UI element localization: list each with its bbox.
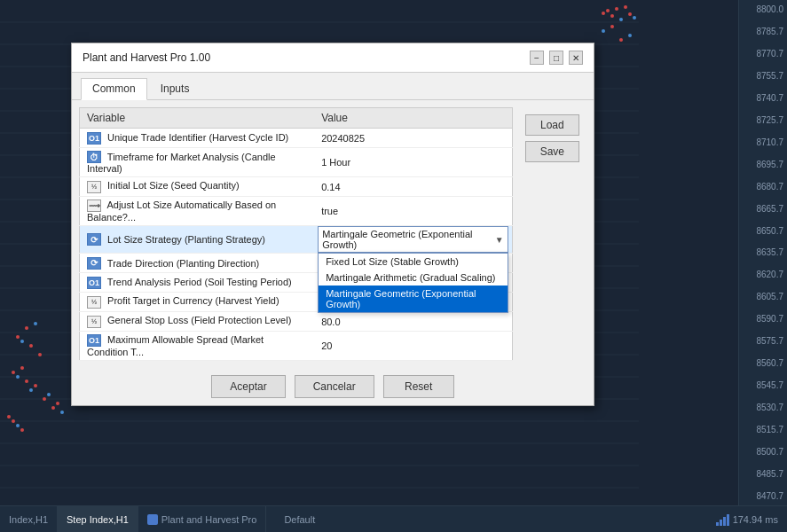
ms-status: 174.94 ms (733, 514, 778, 525)
table-row: ⟿ Adjust Lot Size Automatically Based on… (80, 197, 513, 226)
cancelar-button[interactable]: Cancelar (295, 375, 374, 398)
variable-label: Trend Analysis Period (Soil Testing Peri… (107, 277, 292, 287)
variable-cell: ⟳ Trade Direction (Planting Direction) (80, 254, 315, 273)
svg-point-51 (7, 415, 11, 419)
svg-point-24 (610, 14, 614, 18)
price-label: 8500.7 (743, 447, 783, 457)
bottom-tab-plantnharvest[interactable]: Plant and Harvest Pro (138, 506, 267, 532)
svg-point-46 (43, 397, 46, 401)
row-icon: O1 (87, 334, 101, 347)
tab-inputs[interactable]: Inputs (149, 78, 201, 99)
status-label: Default (284, 514, 315, 525)
svg-point-50 (60, 411, 64, 414)
variable-cell: O1 Unique Trade Identifier (Harvest Cycl… (80, 129, 315, 148)
close-button[interactable]: ✕ (569, 51, 583, 65)
variable-cell: ⟳ Lot Size Strategy (Planting Strategy) (80, 226, 315, 254)
side-buttons: Load Save (518, 107, 586, 361)
variable-label: General Stop Loss (Field Protection Leve… (107, 315, 291, 325)
price-label: 8665.7 (743, 204, 783, 214)
svg-point-28 (628, 12, 632, 16)
col-header-variable: Variable (80, 108, 315, 129)
row-icon: ½ (87, 296, 101, 309)
price-label: 8575.7 (743, 336, 783, 346)
variable-cell: O1 Maximum Allowable Spread (Market Cond… (80, 332, 315, 361)
params-table: Variable Value O1 Unique Trade Identifie… (79, 107, 513, 361)
variable-label: Trade Direction (Planting Direction) (107, 257, 259, 268)
price-label: 8605.7 (743, 292, 783, 301)
dialog-titlebar: Plant and Harvest Pro 1.00 − □ ✕ (72, 43, 594, 73)
price-label: 8635.7 (743, 247, 783, 257)
svg-point-48 (51, 406, 55, 410)
table-row: O1 Unique Trade Identifier (Harvest Cycl… (80, 129, 513, 148)
dropdown-trigger[interactable]: Martingale Geometric (Exponential Growth… (318, 226, 508, 253)
tab-common[interactable]: Common (81, 78, 147, 100)
variable-cell: ½ General Stop Loss (Field Protection Le… (80, 312, 315, 332)
reset-button[interactable]: Reset (383, 375, 454, 398)
price-label: 8530.7 (743, 403, 783, 412)
bottom-tab-stepindex[interactable]: Step Index,H1 (58, 506, 138, 532)
price-label: 8695.7 (743, 160, 783, 169)
price-label: 8680.7 (743, 182, 783, 192)
bottom-tab-label: Step Index,H1 (67, 514, 129, 525)
signal-bars-icon (716, 513, 729, 526)
bottom-center-status: Default (266, 514, 333, 525)
value-cell-dropdown[interactable]: Martingale Geometric (Exponential Growth… (314, 226, 512, 254)
value-cell[interactable]: 20 (314, 332, 512, 361)
row-icon: ⟳ (87, 233, 101, 246)
price-label: 8620.7 (743, 270, 783, 279)
bottom-bar: Index,H1 Step Index,H1 Plant and Harvest… (0, 505, 787, 532)
dialog-title: Plant and Harvest Pro 1.00 (83, 51, 210, 64)
value-cell[interactable]: true (314, 197, 512, 226)
svg-point-30 (602, 29, 605, 33)
dropdown-option-selected[interactable]: Martingale Geometric (Exponential Growth… (319, 286, 508, 312)
value-cell[interactable]: 1 Hour (314, 148, 512, 177)
dropdown-arrow-icon: ▼ (495, 235, 504, 245)
maximize-button[interactable]: □ (549, 51, 563, 65)
svg-point-23 (606, 9, 610, 12)
value-cell[interactable]: 80.0 (314, 312, 512, 332)
table-row: ½ General Stop Loss (Field Protection Le… (80, 312, 513, 332)
value-cell[interactable]: 0.14 (314, 177, 512, 197)
dropdown-option[interactable]: Martingale Arithmetic (Gradual Scaling) (319, 270, 508, 286)
svg-point-37 (29, 344, 33, 348)
aceptar-button[interactable]: Aceptar (211, 375, 285, 398)
variable-label: Maximum Allowable Spread (Market Conditi… (87, 334, 264, 357)
price-axis: 8800.0 8785.7 8770.7 8755.7 8740.7 8725.… (738, 0, 787, 505)
svg-point-33 (628, 34, 632, 37)
bottom-tab-index[interactable]: Index,H1 (0, 506, 58, 532)
svg-point-39 (38, 353, 42, 356)
signal-bar-3 (723, 517, 726, 526)
price-label: 8800.0 (743, 4, 783, 14)
variable-cell: ⏱ Timeframe for Market Analysis (Candle … (80, 148, 315, 177)
table-row-highlighted: ⟳ Lot Size Strategy (Planting Strategy) … (80, 226, 513, 254)
table-row: ½ Initial Lot Size (Seed Quantity) 0.14 (80, 177, 513, 197)
dialog-body: Variable Value O1 Unique Trade Identifie… (72, 100, 594, 368)
variable-label: Unique Trade Identifier (Harvest Cycle I… (107, 132, 288, 143)
svg-point-25 (615, 7, 618, 11)
dropdown-popup: Fixed Lot Size (Stable Growth) Martingal… (318, 253, 508, 313)
value-cell[interactable]: 20240825 (314, 129, 512, 148)
price-label: 8650.7 (743, 226, 783, 236)
price-label: 8485.7 (743, 469, 783, 479)
bottom-right-status: 174.94 ms (716, 513, 787, 526)
variable-label: Lot Size Strategy (Planting Strategy) (107, 234, 265, 245)
dialog-window: Plant and Harvest Pro 1.00 − □ ✕ Common … (71, 43, 594, 406)
svg-point-31 (610, 25, 614, 28)
minimize-button[interactable]: − (530, 51, 544, 65)
variable-label: Profit Target in Currency (Harvest Yield… (107, 295, 279, 306)
price-label: 8470.7 (743, 491, 783, 501)
load-button[interactable]: Load (525, 114, 579, 136)
svg-point-54 (20, 428, 24, 432)
svg-point-42 (20, 366, 24, 370)
variable-cell: ⟿ Adjust Lot Size Automatically Based on… (80, 197, 315, 226)
price-label: 8755.7 (743, 71, 783, 81)
row-icon: ⏱ (87, 151, 101, 163)
table-wrapper: Variable Value O1 Unique Trade Identifie… (79, 107, 513, 361)
svg-point-22 (602, 12, 605, 15)
save-button[interactable]: Save (525, 141, 579, 162)
dropdown-option[interactable]: Fixed Lot Size (Stable Growth) (319, 254, 508, 270)
svg-point-40 (12, 371, 15, 374)
strategy-dropdown[interactable]: Martingale Geometric (Exponential Growth… (318, 226, 508, 253)
plant-harvest-icon (147, 514, 158, 525)
svg-point-26 (619, 18, 623, 21)
